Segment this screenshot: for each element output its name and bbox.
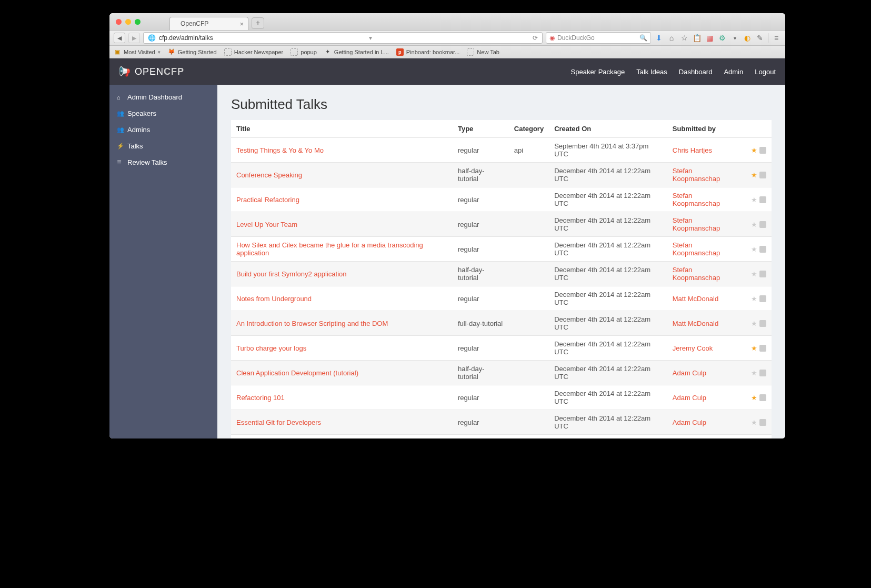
nav-link[interactable]: Dashboard [679, 68, 713, 76]
author-link[interactable]: Matt McDonald [673, 320, 718, 327]
select-checkbox[interactable] [759, 246, 766, 253]
extension-icon[interactable]: ▦ [705, 33, 714, 43]
logo[interactable]: 📢 OPENCFP [119, 66, 184, 77]
new-tab-button[interactable]: + [252, 17, 264, 29]
bookmark-item[interactable]: ✦Getting Started in L... [324, 48, 389, 56]
browser-tab[interactable]: OpenCFP × [169, 17, 248, 30]
select-checkbox[interactable] [759, 320, 766, 327]
column-header[interactable]: Created On [549, 120, 667, 138]
select-checkbox[interactable] [759, 221, 766, 228]
star-icon[interactable]: ★ [751, 394, 757, 402]
star-icon[interactable]: ★ [751, 295, 757, 303]
author-link[interactable]: Stefan Koopmanschap [673, 266, 720, 282]
author-link[interactable]: Adam Culp [673, 369, 706, 377]
talk-title-link[interactable]: Refactoring 101 [236, 394, 285, 402]
select-checkbox[interactable] [759, 419, 766, 426]
talk-title-link[interactable]: An Introduction to Browser Scripting and… [236, 320, 388, 327]
star-icon[interactable]: ☆ [679, 33, 689, 43]
sidebar-item[interactable]: 👥Admins [109, 122, 217, 138]
reader-icon[interactable]: ▾ [369, 34, 372, 42]
extension-icon-3[interactable]: ◐ [743, 33, 752, 43]
sidebar-item[interactable]: ≣Review Talks [109, 154, 217, 171]
talk-title-link[interactable]: Practical Refactoring [236, 196, 299, 204]
cell-created: December 4th 2014 at 12:22am UTC [549, 435, 667, 439]
reload-icon[interactable]: ⟳ [533, 34, 538, 42]
star-icon[interactable]: ★ [751, 171, 757, 179]
select-checkbox[interactable] [759, 394, 766, 401]
star-icon[interactable]: ★ [751, 320, 757, 327]
star-icon[interactable]: ★ [751, 221, 757, 228]
bookmark-item[interactable]: New Tab [467, 48, 499, 56]
talk-title-link[interactable]: Clean Application Development (tutorial) [236, 369, 358, 377]
select-checkbox[interactable] [759, 345, 766, 352]
select-checkbox[interactable] [759, 147, 766, 154]
sidebar-item[interactable]: ⚡Talks [109, 138, 217, 154]
cell-category: api [509, 138, 549, 163]
author-link[interactable]: Jeremy Cook [673, 344, 713, 352]
talk-title-link[interactable]: Build your first Symfony2 application [236, 270, 347, 278]
star-icon[interactable]: ★ [751, 146, 757, 154]
cell-created: December 4th 2014 at 12:22am UTC [549, 410, 667, 435]
download-icon[interactable]: ⬇ [654, 33, 664, 43]
bookmark-item[interactable]: Hacker Newspaper [224, 48, 284, 56]
menu-icon[interactable]: ≡ [772, 33, 781, 43]
close-icon[interactable]: × [239, 20, 244, 28]
extension-icon-2[interactable]: ⚙ [717, 33, 727, 43]
select-checkbox[interactable] [759, 271, 766, 277]
star-icon[interactable]: ★ [751, 369, 757, 377]
select-checkbox[interactable] [759, 172, 766, 178]
star-icon[interactable]: ★ [751, 196, 757, 204]
column-header[interactable]: Category [509, 120, 549, 138]
back-button[interactable]: ◀ [114, 33, 125, 43]
bookmark-item[interactable]: pPinboard: bookmar... [396, 48, 460, 56]
select-checkbox[interactable] [759, 370, 766, 376]
window-close-button[interactable] [116, 19, 122, 25]
cell-created: December 4th 2014 at 12:22am UTC [549, 311, 667, 336]
talk-title-link[interactable]: Essential Git for Developers [236, 418, 321, 426]
select-checkbox[interactable] [759, 295, 766, 302]
forward-button[interactable]: ▶ [128, 33, 140, 43]
brand-part-light: OPEN [135, 66, 164, 77]
talk-title-link[interactable]: Conference Speaking [236, 171, 302, 179]
search-field[interactable]: ◉ DuckDuckGo 🔍 [546, 32, 651, 44]
author-link[interactable]: Chris Hartjes [673, 146, 712, 154]
extension-icon-4[interactable]: ✎ [755, 33, 765, 43]
clipboard-icon[interactable]: 📋 [692, 33, 702, 43]
sidebar-item[interactable]: ⌂Admin Dashboard [109, 89, 217, 105]
search-icon[interactable]: 🔍 [639, 34, 647, 42]
window-minimize-button[interactable] [125, 19, 131, 25]
column-header[interactable]: Submitted by [667, 120, 746, 138]
author-link[interactable]: Stefan Koopmanschap [673, 167, 720, 183]
author-link[interactable]: Adam Culp [673, 394, 706, 402]
nav-link[interactable]: Talk Ideas [636, 68, 667, 76]
star-icon[interactable]: ★ [751, 344, 757, 352]
talk-title-link[interactable]: Notes from Underground [236, 295, 312, 303]
talk-title-link[interactable]: Turbo charge your logs [236, 344, 306, 352]
nav-link[interactable]: Speaker Package [571, 68, 625, 76]
home-icon[interactable]: ⌂ [667, 33, 676, 43]
window-zoom-button[interactable] [135, 19, 141, 25]
bookmark-item[interactable]: ▣Most Visited▾ [114, 48, 161, 56]
talk-title-link[interactable]: Testing Things & Yo & Yo Mo [236, 146, 324, 154]
column-header[interactable]: Type [453, 120, 509, 138]
bookmark-item[interactable]: popup [291, 48, 317, 56]
nav-link[interactable]: Logout [755, 68, 776, 76]
star-icon[interactable]: ★ [751, 245, 757, 253]
url-field[interactable]: 🌐 cfp.dev/admin/talks ▾ ⟳ [143, 32, 543, 44]
star-icon[interactable]: ★ [751, 418, 757, 426]
select-checkbox[interactable] [759, 196, 766, 203]
author-link[interactable]: Matt McDonald [673, 295, 718, 303]
nav-link[interactable]: Admin [724, 68, 743, 76]
author-link[interactable]: Adam Culp [673, 418, 706, 426]
author-link[interactable]: Stefan Koopmanschap [673, 241, 720, 257]
sidebar-item[interactable]: 👥Speakers [109, 105, 217, 122]
author-link[interactable]: Stefan Koopmanschap [673, 192, 720, 207]
bookmark-item[interactable]: 🦊Getting Started [168, 48, 217, 56]
star-icon[interactable]: ★ [751, 270, 757, 278]
talk-title-link[interactable]: Level Up Your Team [236, 221, 297, 228]
column-header[interactable] [746, 120, 772, 138]
extension-dropdown-icon[interactable]: ▾ [730, 33, 739, 43]
author-link[interactable]: Stefan Koopmanschap [673, 216, 720, 232]
column-header[interactable]: Title [231, 120, 453, 138]
talk-title-link[interactable]: How Silex and Cilex became the glue for … [236, 241, 423, 257]
